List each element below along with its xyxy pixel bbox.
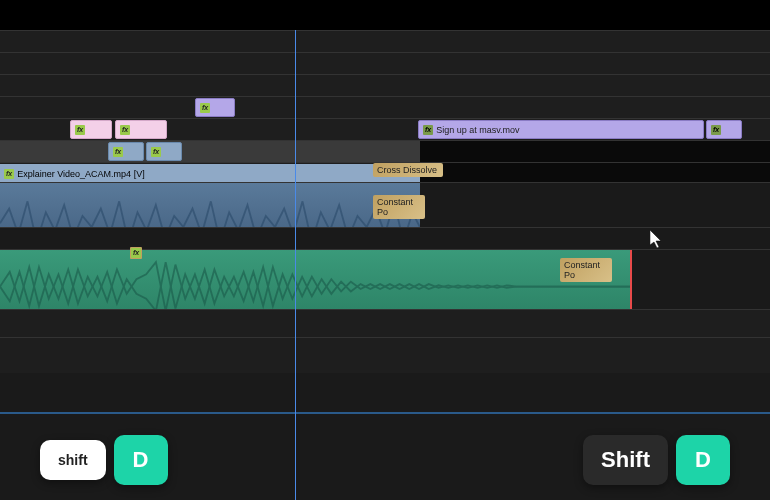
track-a1[interactable]: Constant Po xyxy=(0,182,770,227)
fx-badge-icon: fx xyxy=(75,125,85,135)
transition-constant-power-a1[interactable]: Constant Po xyxy=(373,195,425,219)
timeline-panel[interactable]: fx fx fx fx Sign up at masv.mov fx fx fx… xyxy=(0,30,770,500)
track-v2[interactable]: fx fx fx Sign up at masv.mov fx xyxy=(0,118,770,140)
track-v3[interactable]: fx xyxy=(0,96,770,118)
clip-label: Explainer Video_ACAM.mp4 [V] xyxy=(17,169,144,179)
gap-region xyxy=(420,183,770,227)
clip-v3-purple[interactable]: fx xyxy=(195,98,235,117)
keyboard-shortcut-overlay-right: Shift D xyxy=(583,435,730,485)
clip-v2-signup[interactable]: fx Sign up at masv.mov xyxy=(418,120,704,139)
transition-cross-dissolve[interactable]: Cross Dissolve xyxy=(373,163,443,177)
track-empty-bottom[interactable] xyxy=(0,309,770,337)
key-shift: Shift xyxy=(583,435,668,485)
clip-v1-main[interactable]: fx Explainer Video_ACAM.mp4 [V] xyxy=(0,164,420,183)
track-empty[interactable] xyxy=(0,52,770,74)
fx-badge-icon: fx xyxy=(711,125,721,135)
gap-region xyxy=(632,250,770,309)
keyboard-shortcut-overlay-left: shift D xyxy=(40,435,168,485)
track-empty[interactable] xyxy=(0,74,770,96)
key-d: D xyxy=(676,435,730,485)
fx-badge-icon: fx xyxy=(4,169,14,179)
gap-region xyxy=(420,141,770,162)
clip-v1b-2[interactable]: fx xyxy=(146,142,182,161)
key-label: shift xyxy=(58,452,88,468)
track-a2[interactable]: fx Constant Po xyxy=(0,249,770,309)
timeline-scrollbar[interactable] xyxy=(0,412,770,414)
clip-v2-purple-end[interactable]: fx xyxy=(706,120,742,139)
track-empty-bottom[interactable] xyxy=(0,337,770,373)
key-label: D xyxy=(695,447,711,473)
track-v1[interactable]: fx Explainer Video_ACAM.mp4 [V] Cross Di… xyxy=(0,162,770,182)
key-label: Shift xyxy=(601,447,650,473)
fx-badge-icon: fx xyxy=(113,147,123,157)
gap-region xyxy=(420,163,770,182)
transition-label: Constant Po xyxy=(564,260,600,280)
key-shift: shift xyxy=(40,440,106,480)
gap-region xyxy=(420,228,770,249)
track-empty[interactable] xyxy=(0,30,770,52)
fx-badge-icon: fx xyxy=(423,125,433,135)
clip-label: Sign up at masv.mov xyxy=(436,125,519,135)
key-d: D xyxy=(114,435,168,485)
transition-label: Cross Dissolve xyxy=(377,165,437,175)
clip-v2-pink-2[interactable]: fx xyxy=(115,120,167,139)
mouse-cursor-icon xyxy=(650,230,666,254)
transition-constant-power-a2[interactable]: Constant Po xyxy=(560,258,612,282)
fx-badge-icon: fx xyxy=(200,103,210,113)
clip-v2-pink-1[interactable]: fx xyxy=(70,120,112,139)
clip-v1b-1[interactable]: fx xyxy=(108,142,144,161)
track-v1b[interactable]: fx fx xyxy=(0,140,770,162)
fx-badge-icon: fx xyxy=(120,125,130,135)
fx-badge-icon: fx xyxy=(151,147,161,157)
transition-label: Constant Po xyxy=(377,197,413,217)
key-label: D xyxy=(133,447,149,473)
